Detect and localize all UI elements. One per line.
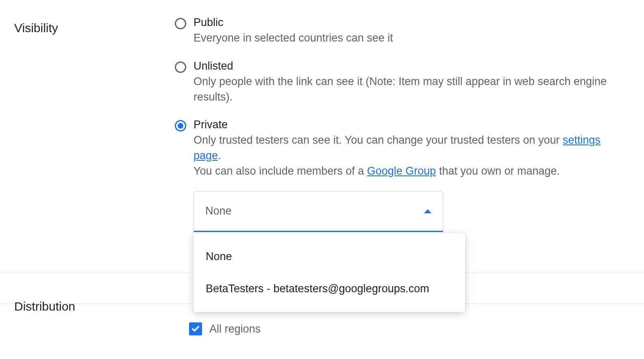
- all-regions-checkbox[interactable]: [189, 322, 202, 335]
- check-icon: [191, 324, 200, 333]
- visibility-option-private[interactable]: Private Only trusted testers can see it.…: [175, 118, 628, 179]
- radio-public[interactable]: [175, 18, 186, 29]
- group-select-value: None: [205, 205, 232, 217]
- section-divider: [0, 273, 190, 273]
- group-select-wrap: None None BetaTesters - betatesters@goog…: [194, 191, 443, 232]
- visibility-option-public[interactable]: Public Everyone in selected countries ca…: [175, 16, 628, 46]
- group-select-dropdown: None BetaTesters - betatesters@googlegro…: [194, 233, 465, 312]
- visibility-section: Visibility Public Everyone in selected c…: [0, 0, 644, 232]
- google-group-link[interactable]: Google Group: [367, 165, 436, 177]
- option-desc-private: Only trusted testers can see it. You can…: [194, 133, 628, 179]
- option-title-private: Private: [194, 118, 628, 131]
- section-divider: [462, 273, 644, 273]
- visibility-content: Public Everyone in selected countries ca…: [175, 16, 644, 232]
- visibility-label: Visibility: [14, 16, 175, 35]
- option-title-unlisted: Unlisted: [194, 60, 628, 72]
- option-title-public: Public: [194, 16, 628, 29]
- option-desc-public: Everyone in selected countries can see i…: [194, 31, 628, 46]
- all-regions-label: All regions: [209, 323, 261, 335]
- radio-private[interactable]: [175, 120, 186, 131]
- visibility-option-unlisted[interactable]: Unlisted Only people with the link can s…: [175, 60, 628, 105]
- group-select[interactable]: None: [194, 191, 443, 232]
- option-desc-unlisted: Only people with the link can see it (No…: [194, 74, 628, 105]
- distribution-content: All regions: [189, 322, 261, 335]
- group-option-betatesters[interactable]: BetaTesters - betatesters@googlegroups.c…: [194, 273, 465, 305]
- distribution-label: Distribution: [14, 295, 175, 313]
- radio-unlisted[interactable]: [175, 61, 186, 73]
- caret-up-icon: [424, 209, 431, 213]
- group-option-none[interactable]: None: [194, 241, 465, 273]
